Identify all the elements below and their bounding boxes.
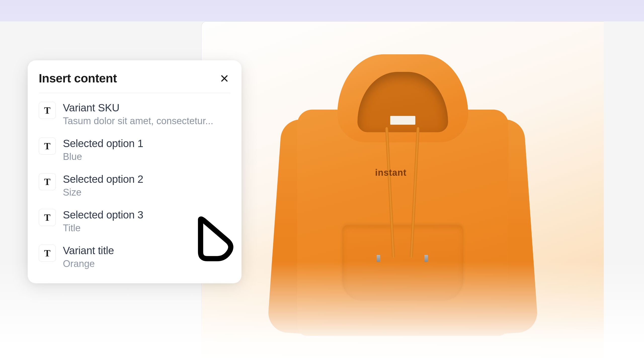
item-title: Variant title	[63, 245, 230, 257]
list-item-selected-option-1[interactable]: T Selected option 1 Blue	[39, 138, 230, 163]
item-title: Selected option 2	[63, 173, 230, 185]
text-type-icon: T	[39, 102, 56, 119]
close-icon	[220, 74, 229, 83]
list-item-variant-sku[interactable]: T Variant SKU Tasum dolor sit amet, cons…	[39, 102, 230, 127]
text-type-icon: T	[39, 245, 56, 262]
main-canvas: instant Insert content T Variant SKU Tas…	[0, 21, 644, 362]
item-title: Selected option 3	[63, 209, 230, 221]
close-button[interactable]	[218, 72, 230, 84]
text-type-icon: T	[39, 209, 56, 226]
item-title: Selected option 1	[63, 138, 230, 150]
item-subtitle: Orange	[63, 258, 230, 270]
item-title: Variant SKU	[63, 102, 230, 114]
item-subtitle: Title	[63, 222, 230, 234]
product-image-panel: instant	[201, 21, 604, 362]
popup-title: Insert content	[39, 71, 117, 85]
content-list: T Variant SKU Tasum dolor sit amet, cons…	[39, 102, 230, 269]
insert-content-popup: Insert content T Variant SKU Tasum dolor…	[28, 60, 242, 283]
product-logo-text: instant	[375, 167, 407, 178]
product-hoodie-illustration: instant	[267, 54, 539, 356]
popup-header: Insert content	[39, 71, 230, 93]
text-type-icon: T	[39, 173, 56, 190]
list-item-variant-title[interactable]: T Variant title Orange	[39, 245, 230, 270]
item-subtitle: Tasum dolor sit amet, consectetur...	[63, 115, 230, 127]
top-bar	[0, 0, 644, 21]
list-item-selected-option-2[interactable]: T Selected option 2 Size	[39, 173, 230, 198]
item-subtitle: Size	[63, 187, 230, 198]
text-type-icon: T	[39, 138, 56, 155]
item-subtitle: Blue	[63, 151, 230, 163]
list-item-selected-option-3[interactable]: T Selected option 3 Title	[39, 209, 230, 234]
